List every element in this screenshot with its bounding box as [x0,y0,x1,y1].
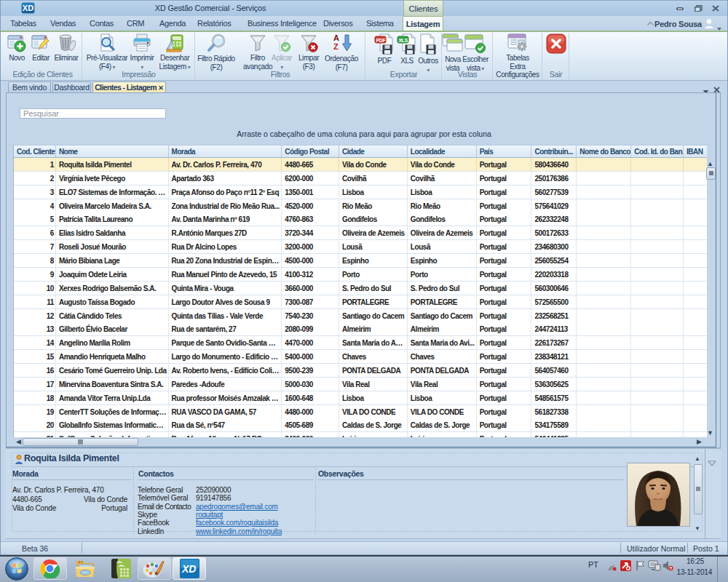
svg-text:PDF: PDF [376,38,387,43]
svg-text:A: A [333,33,339,42]
svg-text:Z: Z [333,42,339,51]
svg-text:XLS: XLS [399,38,408,43]
svg-text:XD: XD [181,563,196,575]
